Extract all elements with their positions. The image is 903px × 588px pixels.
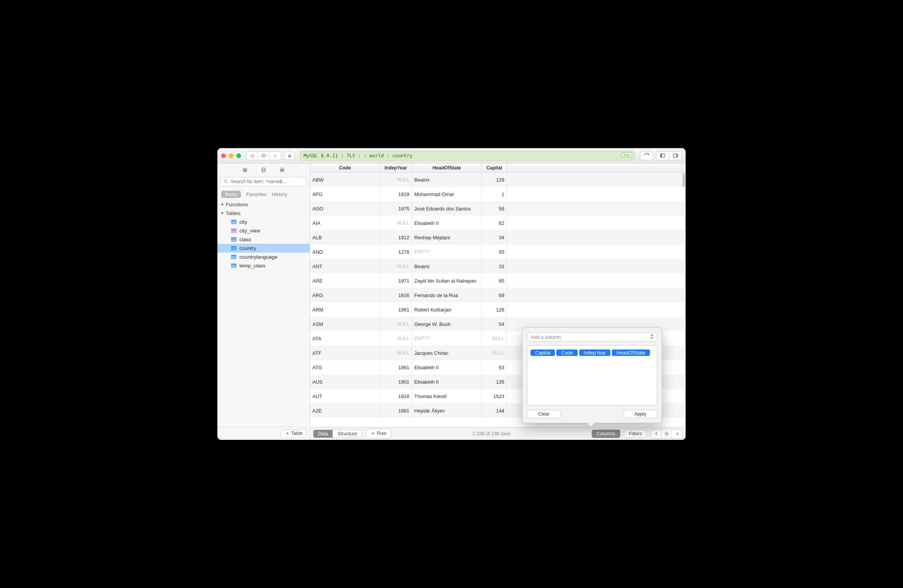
table-row[interactable]: AIANULLElisabeth II62: [310, 216, 686, 230]
filters-button[interactable]: Filters: [624, 430, 647, 438]
cell[interactable]: NULL: [380, 317, 412, 331]
cell[interactable]: 135: [482, 375, 507, 389]
cell[interactable]: Elisabeth II: [412, 375, 482, 389]
database-tab-icon[interactable]: [261, 167, 266, 173]
cell[interactable]: 55: [482, 245, 507, 259]
cell[interactable]: 1991: [380, 302, 412, 317]
cell[interactable]: NULL: [380, 346, 412, 360]
cell[interactable]: Beatrix: [412, 259, 482, 273]
column-tag-headofstate[interactable]: HeadOfState: [612, 349, 650, 356]
cell[interactable]: NULL: [482, 331, 507, 346]
table-row[interactable]: ARM1991Robert Kotšarjan126: [310, 302, 686, 317]
cell[interactable]: 65: [482, 273, 507, 288]
next-page-button[interactable]: [672, 429, 683, 438]
table-row[interactable]: ARG1816Fernando de la Rúa69: [310, 288, 686, 302]
vertical-scrollbar[interactable]: [683, 173, 685, 187]
toggle-right-panel-button[interactable]: [669, 151, 682, 160]
cell[interactable]: Mohammad Omar: [412, 187, 482, 201]
cell[interactable]: EMPTY: [412, 331, 482, 346]
cell[interactable]: 126: [482, 302, 507, 317]
cell[interactable]: Zayid bin Sultan al-Nahayan: [412, 273, 482, 288]
column-tag-indepyear[interactable]: IndepYear: [579, 349, 611, 356]
table-row[interactable]: ABWNULLBeatrix129: [310, 172, 686, 187]
cell[interactable]: ABW: [310, 172, 380, 187]
cell[interactable]: ALB: [310, 230, 380, 245]
cell[interactable]: NULL: [380, 172, 412, 187]
close-window-button[interactable]: [221, 153, 226, 158]
cell[interactable]: 129: [482, 172, 507, 187]
cell[interactable]: NULL: [482, 346, 507, 360]
table-row[interactable]: AGO1975José Eduardo dos Santos56: [310, 201, 686, 216]
cell[interactable]: 1278: [380, 245, 412, 259]
column-tag-code[interactable]: Code: [556, 349, 577, 356]
table-row[interactable]: AND1278EMPTY55: [310, 245, 686, 259]
cell[interactable]: ASM: [310, 317, 380, 331]
cell[interactable]: AZE: [310, 403, 380, 418]
sidebar-item-class[interactable]: class: [217, 235, 310, 244]
cell[interactable]: ATG: [310, 360, 380, 375]
cell[interactable]: ARG: [310, 288, 380, 302]
minimize-window-button[interactable]: [229, 153, 233, 158]
table-row[interactable]: ARE1971Zayid bin Sultan al-Nahayan65: [310, 273, 686, 288]
cell[interactable]: 144: [482, 403, 507, 418]
add-column-select[interactable]: Add a column: [527, 332, 657, 341]
cell[interactable]: ATF: [310, 346, 380, 360]
cell[interactable]: NULL: [380, 216, 412, 230]
cell[interactable]: EMPTY: [412, 245, 482, 259]
cell[interactable]: 1918: [380, 389, 412, 403]
cell[interactable]: 1919: [380, 187, 412, 201]
sidebar-tab-items[interactable]: Items: [221, 191, 241, 198]
cell[interactable]: Elisabeth II: [412, 360, 482, 375]
cell[interactable]: Thomas Klestil: [412, 389, 482, 403]
add-row-button[interactable]: ＋ Row: [366, 429, 391, 438]
cell[interactable]: 63: [482, 360, 507, 375]
cell[interactable]: Elisabeth II: [412, 216, 482, 230]
column-header-headofstate[interactable]: HeadOfState: [412, 163, 482, 172]
connection-path-bar[interactable]: MySQL 8.0.11 : TLS : : world : country l…: [300, 151, 635, 161]
cell[interactable]: Robert Kotšarjan: [412, 302, 482, 317]
cell[interactable]: 1975: [380, 201, 412, 216]
sidebar-item-country[interactable]: country: [217, 244, 310, 253]
tab-structure[interactable]: Structure: [333, 430, 361, 438]
sidebar-search-input[interactable]: [220, 177, 307, 186]
cell[interactable]: 54: [482, 317, 507, 331]
table-row[interactable]: ALB1912Rexhep Mejdani34: [310, 230, 686, 245]
prev-page-button[interactable]: [651, 429, 661, 438]
reload-button[interactable]: [640, 151, 653, 160]
cell[interactable]: 1523: [482, 389, 507, 403]
cell[interactable]: 1901: [380, 375, 412, 389]
cell[interactable]: AFG: [310, 187, 380, 201]
cell[interactable]: Heydär Äliyev: [412, 403, 482, 418]
sql-tab-icon[interactable]: SQL: [279, 167, 285, 173]
cell[interactable]: AND: [310, 245, 380, 259]
sidebar-item-city_view[interactable]: city_view: [217, 226, 310, 235]
quicklook-button[interactable]: [258, 152, 269, 160]
table-row[interactable]: ANTNULLBeatrix33: [310, 259, 686, 273]
cell[interactable]: 33: [482, 259, 507, 273]
cell[interactable]: 1991: [380, 403, 412, 418]
table-row[interactable]: AFG1919Mohammad Omar1: [310, 187, 686, 201]
cell[interactable]: 62: [482, 216, 507, 230]
cell[interactable]: Rexhep Mejdani: [412, 230, 482, 245]
clear-button[interactable]: Clear: [527, 410, 561, 418]
sidebar-tab-history[interactable]: History: [272, 191, 287, 197]
connection-tab-icon[interactable]: [242, 167, 248, 173]
page-settings-button[interactable]: [661, 429, 672, 438]
column-header-indepyear[interactable]: IndepYear: [380, 163, 412, 172]
sidebar-tab-favorites[interactable]: Favorites: [246, 191, 266, 197]
cell[interactable]: José Eduardo dos Santos: [412, 201, 482, 216]
cell[interactable]: NULL: [380, 259, 412, 273]
sidebar-group-tables[interactable]: ▼ Tables: [217, 209, 310, 218]
sidebar-item-countrylanguage[interactable]: countrylanguage: [217, 253, 310, 261]
cell[interactable]: 1971: [380, 273, 412, 288]
zoom-window-button[interactable]: [236, 153, 241, 158]
cell[interactable]: Beatrix: [412, 172, 482, 187]
cell[interactable]: 69: [482, 288, 507, 302]
cell[interactable]: ARM: [310, 302, 380, 317]
cell[interactable]: ANT: [310, 259, 380, 273]
cell[interactable]: Jacques Chirac: [412, 346, 482, 360]
outline-button[interactable]: [269, 152, 281, 160]
cell[interactable]: 56: [482, 201, 507, 216]
cell[interactable]: 34: [482, 230, 507, 245]
sidebar-group-functions[interactable]: ▼ Functions: [217, 200, 310, 209]
